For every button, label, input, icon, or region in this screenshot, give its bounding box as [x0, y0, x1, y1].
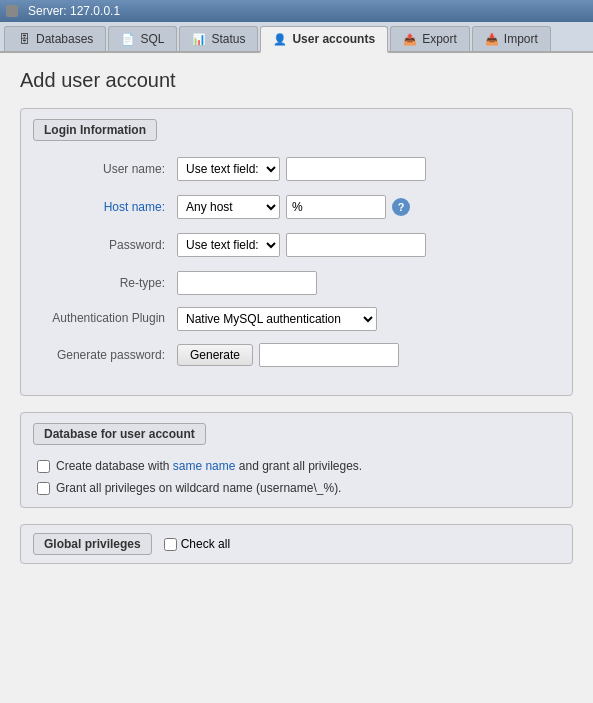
tab-status[interactable]: 📊 Status: [179, 26, 258, 51]
global-privileges-header: Global privileges Check all: [21, 525, 572, 563]
hostname-controls: Any host Local Use text field: ?: [177, 195, 556, 219]
generate-password-row: Generate password: Generate: [37, 341, 556, 369]
window-icon: [6, 5, 18, 17]
auth-plugin-select[interactable]: Native MySQL authentication SHA256 cachi…: [177, 307, 377, 331]
auth-plugin-label: Authentication Plugin: [37, 307, 177, 325]
create-database-label: Create database with same name and grant…: [56, 459, 362, 473]
main-content: Add user account Login Information User …: [0, 53, 593, 698]
hostname-select[interactable]: Any host Local Use text field:: [177, 195, 280, 219]
grant-wildcard-checkbox[interactable]: [37, 482, 50, 495]
create-database-row: Create database with same name and grant…: [21, 455, 572, 477]
username-select[interactable]: Use text field: Any user: [177, 157, 280, 181]
tab-import[interactable]: 📥 Import: [472, 26, 551, 51]
hostname-label: Host name:: [37, 200, 177, 214]
sql-icon: 📄: [121, 32, 135, 46]
login-form-area: User name: Use text field: Any user Host…: [21, 151, 572, 395]
login-information-panel: Login Information User name: Use text fi…: [20, 108, 573, 396]
generate-password-controls: Generate: [177, 343, 556, 367]
tab-sql[interactable]: 📄 SQL: [108, 26, 177, 51]
databases-icon: 🗄: [17, 32, 31, 46]
hostname-input[interactable]: [286, 195, 386, 219]
tab-bar: 🗄 Databases 📄 SQL 📊 Status 👤 User accoun…: [0, 22, 593, 53]
password-label: Password:: [37, 238, 177, 252]
username-label: User name:: [37, 162, 177, 176]
create-database-checkbox[interactable]: [37, 460, 50, 473]
password-select[interactable]: Use text field: No password: [177, 233, 280, 257]
hostname-help-icon[interactable]: ?: [392, 198, 410, 216]
login-information-label: Login Information: [33, 119, 157, 141]
global-privileges-label: Global privileges: [33, 533, 152, 555]
database-section-panel: Database for user account Create databas…: [20, 412, 573, 508]
username-controls: Use text field: Any user: [177, 157, 556, 181]
password-controls: Use text field: No password: [177, 233, 556, 257]
grant-wildcard-label: Grant all privileges on wildcard name (u…: [56, 481, 341, 495]
retype-input[interactable]: [177, 271, 317, 295]
user-accounts-icon: 👤: [273, 32, 287, 46]
tab-export[interactable]: 📤 Export: [390, 26, 470, 51]
username-row: User name: Use text field: Any user: [37, 155, 556, 183]
generate-button[interactable]: Generate: [177, 344, 253, 366]
check-all-label: Check all: [181, 537, 230, 551]
retype-row: Re-type:: [37, 269, 556, 297]
import-icon: 📥: [485, 32, 499, 46]
database-section-label: Database for user account: [33, 423, 206, 445]
tab-user-accounts[interactable]: 👤 User accounts: [260, 26, 388, 53]
title-text: Server: 127.0.0.1: [28, 4, 120, 18]
check-all-checkbox[interactable]: [164, 538, 177, 551]
retype-controls: [177, 271, 556, 295]
auth-plugin-row: Authentication Plugin Native MySQL authe…: [37, 307, 556, 331]
password-input[interactable]: [286, 233, 426, 257]
tab-databases[interactable]: 🗄 Databases: [4, 26, 106, 51]
retype-label: Re-type:: [37, 276, 177, 290]
generated-password-input[interactable]: [259, 343, 399, 367]
grant-wildcard-row: Grant all privileges on wildcard name (u…: [21, 477, 572, 499]
hostname-row: Host name: Any host Local Use text field…: [37, 193, 556, 221]
generate-password-label: Generate password:: [37, 348, 177, 362]
page-title: Add user account: [20, 69, 573, 92]
password-row: Password: Use text field: No password: [37, 231, 556, 259]
username-input[interactable]: [286, 157, 426, 181]
auth-plugin-controls: Native MySQL authentication SHA256 cachi…: [177, 307, 377, 331]
title-bar: Server: 127.0.0.1: [0, 0, 593, 22]
export-icon: 📤: [403, 32, 417, 46]
global-privileges-panel: Global privileges Check all: [20, 524, 573, 564]
status-icon: 📊: [192, 32, 206, 46]
check-all-group: Check all: [164, 537, 230, 551]
